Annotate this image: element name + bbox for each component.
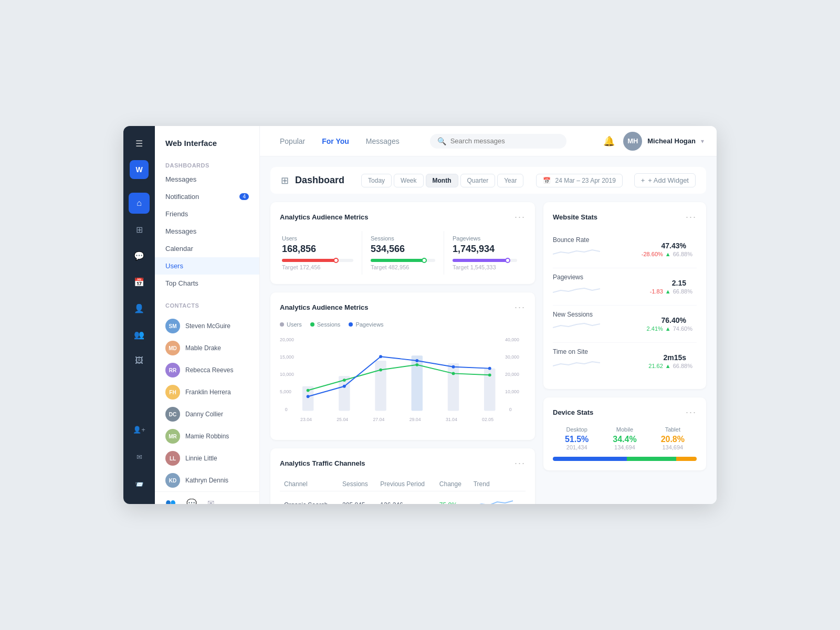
contact-name: Rebecca Reeves: [185, 366, 233, 374]
contact-item[interactable]: DC Danny Collier: [155, 403, 259, 425]
filter-year[interactable]: Year: [497, 174, 523, 187]
nav-mail-icon[interactable]: 📨: [129, 474, 150, 495]
stat-label-pageviews: Pageviews: [553, 274, 650, 281]
chart-card-header: Analytics Audience Metrics ···: [280, 302, 526, 313]
avatar: SM: [165, 319, 180, 333]
avatar: FH: [165, 385, 180, 400]
contact-item[interactable]: RR Rebecca Reeves: [155, 359, 259, 381]
contact-item[interactable]: LL Linnie Little: [155, 447, 259, 469]
device-bar: [553, 457, 697, 461]
col-previous: Previous Period: [376, 477, 435, 491]
device-pct-mobile: 34.4%: [613, 435, 636, 444]
traffic-more-icon[interactable]: ···: [514, 458, 526, 469]
nav-add-user-icon[interactable]: 👤+: [129, 419, 150, 440]
dashboard-title: Dashboard: [295, 175, 344, 186]
user-info[interactable]: MH Micheal Hogan ▾: [623, 132, 704, 151]
stat-value-pageviews: 2.15: [672, 279, 686, 287]
svg-text:29.04: 29.04: [410, 417, 421, 422]
sidebar-item-users[interactable]: Users: [155, 257, 259, 275]
metrics-grid: Users 168,856 Target 172,456 Sessions: [280, 231, 526, 275]
avatar: MD: [165, 341, 180, 355]
two-col-layout: Analytics Audience Metrics ··· Users 168…: [270, 202, 706, 504]
chart-more-icon[interactable]: ···: [514, 302, 526, 313]
contacts-list: SM Steven McGuire MD Mable Drake RR Rebe…: [155, 315, 259, 491]
nav-messages[interactable]: Messages: [359, 134, 407, 149]
traffic-card-header: Analytics Traffic Channels ···: [280, 458, 526, 469]
stat-change-time: 21.62 ▲ 66.88%: [648, 363, 692, 369]
filter-week[interactable]: Week: [394, 174, 423, 187]
device-stats-more-icon[interactable]: ···: [686, 407, 697, 418]
contact-item[interactable]: SM Steven McGuire: [155, 315, 259, 337]
filter-month[interactable]: Month: [426, 174, 458, 187]
mail-icon[interactable]: ✉: [207, 498, 214, 504]
chart-card: Analytics Audience Metrics ··· Users Ses…: [270, 292, 535, 440]
metric-sessions-bar: [371, 259, 435, 262]
nav-popular[interactable]: Popular: [272, 134, 312, 149]
svg-point-17: [343, 379, 346, 382]
contact-name: Danny Collier: [185, 411, 223, 418]
metrics-more-icon[interactable]: ···: [514, 212, 526, 223]
plus-icon: +: [641, 176, 645, 184]
contact-name: Mable Drake: [185, 344, 221, 352]
sidebar-item-notification[interactable]: Notification 4: [155, 188, 259, 205]
website-stats-card: Website Stats ··· Bounce Rate: [543, 202, 706, 389]
svg-text:0: 0: [509, 407, 512, 412]
topbar-nav: Popular For You Messages: [272, 134, 407, 149]
filter-quarter[interactable]: Quarter: [460, 174, 496, 187]
filter-today[interactable]: Today: [361, 174, 392, 187]
website-stats-title: Website Stats: [553, 213, 597, 221]
metric-sessions-target: Target 482,956: [371, 264, 435, 270]
hamburger-icon[interactable]: ☰: [131, 134, 147, 153]
stat-change-bounce: -28.60% ▲ 66.88%: [642, 251, 692, 257]
svg-text:20,000: 20,000: [280, 337, 294, 342]
website-stats-header: Website Stats ···: [553, 212, 697, 223]
add-widget-button[interactable]: + + Add Widget: [634, 173, 696, 187]
notification-bell-icon[interactable]: 🔔: [603, 135, 615, 147]
nav-home-icon[interactable]: ⌂: [129, 193, 150, 214]
avatar: RR: [165, 363, 180, 377]
nav-users-icon[interactable]: 👥: [129, 324, 150, 345]
contact-item[interactable]: KD Kathryn Dennis: [155, 469, 259, 491]
sidebar-item-friends[interactable]: Friends: [155, 205, 259, 223]
trend-chart: [469, 491, 526, 505]
svg-text:25.04: 25.04: [337, 417, 348, 422]
website-stats-more-icon[interactable]: ···: [686, 212, 697, 223]
metric-users-bar: [282, 259, 353, 262]
svg-text:30,000: 30,000: [505, 354, 519, 360]
nav-message-icon[interactable]: ✉: [129, 446, 150, 467]
sidebar-item-messages[interactable]: Messages: [155, 171, 259, 188]
nav-user-icon[interactable]: 👤: [129, 298, 150, 319]
light-sidebar: Web Interface Dashboards Messages Notifi…: [155, 126, 260, 504]
nav-calendar-icon[interactable]: 📅: [129, 271, 150, 292]
stat-value-bounce: 47.43%: [662, 242, 686, 250]
search-bar: 🔍: [430, 134, 566, 149]
metrics-card: Analytics Audience Metrics ··· Users 168…: [270, 202, 535, 284]
stat-pageviews: Pageviews 2.15 -1.83 ▲ 66.88%: [553, 268, 697, 306]
col-sessions: Sessions: [338, 477, 376, 491]
metric-sessions-label: Sessions: [371, 235, 435, 242]
nav-image-icon[interactable]: 🖼: [129, 350, 150, 371]
contact-item[interactable]: MR Mamie Robbins: [155, 425, 259, 447]
stat-label-new-sessions: New Sessions: [553, 311, 647, 318]
nav-grid-icon[interactable]: ⊞: [129, 219, 150, 240]
nav-chat-icon[interactable]: 💬: [129, 245, 150, 266]
contact-item[interactable]: FH Franklin Herrera: [155, 381, 259, 403]
metric-sessions-value: 534,566: [371, 244, 435, 255]
svg-text:10,000: 10,000: [280, 372, 294, 377]
add-contact-icon[interactable]: 👥: [165, 498, 176, 504]
sidebar-item-calendar[interactable]: Calendar: [155, 240, 259, 257]
channel-name: Organic Search: [280, 491, 338, 505]
search-input[interactable]: [450, 137, 559, 145]
col-change: Change: [435, 477, 469, 491]
sidebar-item-messages2[interactable]: Messages: [155, 223, 259, 240]
user-avatar: MH: [623, 132, 642, 151]
nav-for-you[interactable]: For You: [314, 134, 356, 149]
device-label-mobile: Mobile: [613, 426, 636, 433]
notification-badge: 4: [239, 193, 249, 200]
chart-card-title: Analytics Audience Metrics: [280, 303, 369, 311]
svg-point-21: [488, 373, 491, 376]
sidebar-item-top-charts[interactable]: Top Charts: [155, 275, 259, 292]
contact-name: Kathryn Dennis: [185, 477, 228, 484]
contact-item[interactable]: MD Mable Drake: [155, 337, 259, 359]
message-icon[interactable]: 💬: [186, 498, 197, 504]
